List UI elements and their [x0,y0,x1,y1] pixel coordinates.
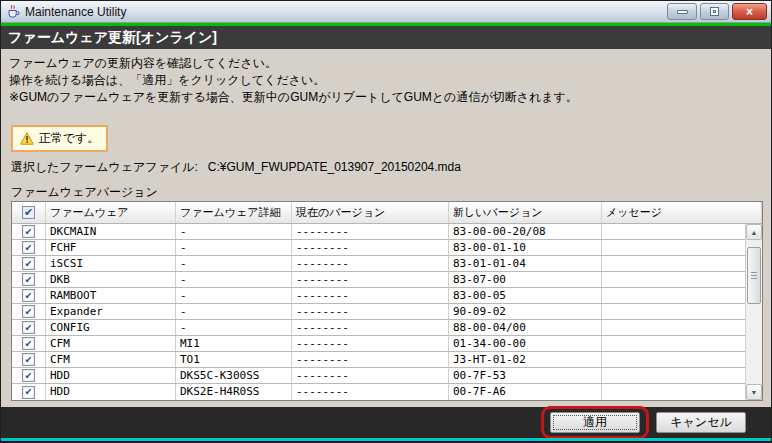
cell-firmware-detail: - [176,288,292,303]
cell-current-version: -------- [292,304,449,319]
java-app-icon [5,4,20,19]
cell-message [602,368,745,383]
footer-bar: 適用 キャンセル [1,407,771,438]
cell-current-version: -------- [292,288,449,303]
row-select-checkbox[interactable]: ✔ [12,368,46,383]
table-row[interactable]: ✔DKCMAIN---------83-00-00-20/08 [12,224,745,240]
cell-message [602,384,745,400]
close-button[interactable]: × [732,3,767,20]
table-row[interactable]: ✔RAMBOOT---------83-00-05 [12,288,745,304]
page-header: ファームウェア更新[オンライン] [1,26,771,49]
maximize-button[interactable] [700,3,729,20]
vertical-scrollbar[interactable]: ▲ ▼ [745,224,762,400]
cell-current-version: -------- [292,256,449,271]
selected-file-line: 選択したファームウェアファイル:C:¥GUM_FWUPDATE_013907_2… [11,159,461,176]
row-select-checkbox[interactable]: ✔ [12,256,46,271]
select-all-checkbox[interactable]: ✔ [12,202,46,223]
table-row[interactable]: ✔DKB---------83-07-00 [12,272,745,288]
cancel-button[interactable]: キャンセル [656,412,746,433]
cell-new-version: J3-HT-01-02 [449,352,602,367]
titlebar[interactable]: Maintenance Utility × [1,1,771,23]
cell-firmware-detail: - [176,304,292,319]
row-select-checkbox[interactable]: ✔ [12,336,46,351]
cell-new-version: 83-00-05 [449,288,602,303]
scroll-up-button[interactable]: ▲ [746,224,762,240]
table-row[interactable]: ✔CFMMI1--------01-34-00-00 [12,336,745,352]
scroll-up-icon: ▲ [751,229,758,236]
cell-message [602,336,745,351]
cell-message [602,304,745,319]
apply-button[interactable]: 適用 [550,412,640,433]
cell-new-version: 83-00-01-10 [449,240,602,255]
instruction-line: ※GUMのファームウェアを更新する場合、更新中のGUMがリブートしてGUMとの通… [9,89,578,106]
cell-firmware: FCHF [46,240,176,255]
table-row[interactable]: ✔CONFIG---------88-00-04/00 [12,320,745,336]
firmware-version-label: ファームウェアバージョン [11,184,158,201]
row-select-checkbox[interactable]: ✔ [12,272,46,287]
cell-firmware: HDD [46,368,176,383]
row-select-checkbox[interactable]: ✔ [12,352,46,367]
column-header-firmware-detail[interactable]: ファームウェア詳細 [176,202,292,223]
cell-firmware: DKB [46,272,176,287]
table-body-rows: ✔DKCMAIN---------83-00-00-20/08✔FCHF----… [12,224,745,400]
row-select-checkbox[interactable]: ✔ [12,304,46,319]
row-select-checkbox[interactable]: ✔ [12,288,46,303]
table-row[interactable]: ✔HDDDKS5C-K300SS--------00-7F-53 [12,368,745,384]
cell-message [602,272,745,287]
check-icon: ✔ [25,306,32,317]
cell-message [602,320,745,335]
cell-firmware-detail: MI1 [176,336,292,351]
window-bottom-border [1,438,771,441]
check-icon: ✔ [25,242,32,253]
instruction-line: 操作を続ける場合は、「適用」をクリックしてください。 [9,72,578,89]
instructions: ファームウェアの更新内容を確認してください。 操作を続ける場合は、「適用」をクリ… [9,55,578,106]
cell-current-version: -------- [292,336,449,351]
table-row[interactable]: ✔iSCSI---------83-01-01-04 [12,256,745,272]
column-header-firmware[interactable]: ファームウェア [46,202,176,223]
cell-message [602,224,745,239]
check-icon: ✔ [25,338,32,349]
page-title: ファームウェア更新[オンライン] [8,29,217,47]
row-select-checkbox[interactable]: ✔ [12,240,46,255]
table-row[interactable]: ✔Expander---------90-09-02 [12,304,745,320]
cell-current-version: -------- [292,352,449,367]
scrollbar-grip [751,272,757,281]
cell-firmware-detail: - [176,256,292,271]
cell-new-version: 88-00-04/00 [449,320,602,335]
cell-firmware-detail: - [176,272,292,287]
check-icon: ✔ [25,322,32,333]
column-header-message[interactable]: メッセージ [602,202,762,223]
cell-firmware-detail: DKS2E-H4R0SS [176,384,292,400]
row-select-checkbox[interactable]: ✔ [12,384,46,400]
check-icon: ✔ [25,370,32,381]
selected-file-label: 選択したファームウェアファイル: [11,160,198,174]
cell-firmware-detail: - [176,224,292,239]
column-header-current-version[interactable]: 現在のバージョン [292,202,449,223]
maximize-icon [710,7,719,16]
column-header-new-version[interactable]: 新しいバージョン [449,202,602,223]
instruction-line: ファームウェアの更新内容を確認してください。 [9,55,578,72]
table-row[interactable]: ✔FCHF---------83-00-01-10 [12,240,745,256]
row-select-checkbox[interactable]: ✔ [12,320,46,335]
cell-message [602,352,745,367]
selected-file-path: C:¥GUM_FWUPDATE_013907_20150204.mda [208,160,461,174]
minimize-icon [677,10,688,14]
scrollbar-thumb[interactable] [747,247,761,304]
cell-firmware: CONFIG [46,320,176,335]
cell-new-version: 83-07-00 [449,272,602,287]
row-select-checkbox[interactable]: ✔ [12,224,46,239]
table-row[interactable]: ✔CFMTO1--------J3-HT-01-02 [12,352,745,368]
cell-new-version: 00-7F-A6 [449,384,602,400]
cell-new-version: 83-00-00-20/08 [449,224,602,239]
status-text: 正常です。 [39,130,100,147]
cell-firmware: RAMBOOT [46,288,176,303]
scroll-down-button[interactable]: ▼ [746,384,762,400]
cell-message [602,256,745,271]
table-row[interactable]: ✔HDDDKS2E-H4R0SS--------00-7F-A6 [12,384,745,400]
cell-new-version: 00-7F-53 [449,368,602,383]
minimize-button[interactable] [667,3,697,20]
cell-current-version: -------- [292,240,449,255]
cell-firmware: Expander [46,304,176,319]
cell-new-version: 01-34-00-00 [449,336,602,351]
table-header-row: ✔ ファームウェア ファームウェア詳細 現在のバージョン 新しいバージョン メッ… [12,202,762,224]
